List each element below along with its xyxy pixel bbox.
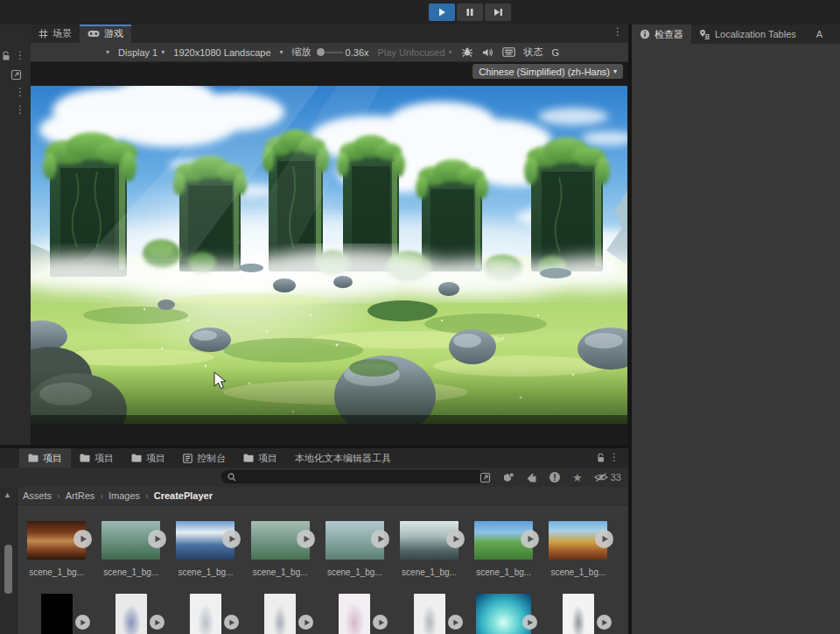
search-input[interactable] [240, 471, 478, 483]
asset-thumbnail[interactable] [414, 594, 445, 634]
view-tab[interactable]: 游戏 [80, 25, 131, 43]
game-tabstrip-menu-icon[interactable]: ⋮ [612, 27, 623, 36]
game-view-tabstrip: 场景 游戏 [31, 25, 628, 43]
alert-icon[interactable] [549, 471, 561, 483]
asset-item[interactable]: scene_1_bg... [466, 521, 541, 577]
asset-thumbnail[interactable] [190, 594, 221, 634]
asset-item[interactable]: scene_1_bg... [318, 521, 392, 577]
locale-dropdown[interactable]: Chinese (Simplified) (zh-Hans) ▾ [472, 64, 623, 79]
keyboard-icon[interactable] [502, 47, 515, 57]
breadcrumb-item[interactable]: Assets [23, 490, 52, 501]
play-icon [601, 619, 608, 626]
tag-icon[interactable] [526, 472, 537, 483]
project-tab[interactable]: 项目 [71, 448, 122, 468]
tab-icon [640, 29, 650, 39]
search-field[interactable] [221, 470, 484, 483]
asset-thumbnail[interactable] [476, 594, 531, 634]
breadcrumb-item[interactable]: Images [108, 490, 140, 501]
asset-item[interactable]: scene_1_bg... [94, 521, 168, 577]
panel-menu-icon[interactable]: ⋮ [15, 88, 25, 96]
scroll-up-icon[interactable]: ▲ [4, 490, 11, 499]
step-button[interactable] [485, 4, 511, 21]
game-view-content[interactable]: Chinese (Simplified) (zh-Hans) ▾ [31, 62, 628, 445]
asset-item[interactable] [94, 594, 168, 634]
project-menu-icon[interactable]: ⋮ [609, 453, 620, 461]
panel-menu-icon[interactable]: ⋮ [15, 51, 25, 60]
unlock-icon[interactable] [2, 51, 11, 61]
play-icon [304, 619, 311, 626]
asset-play-badge[interactable] [74, 530, 92, 548]
asset-item[interactable] [168, 594, 242, 634]
asset-play-badge[interactable] [150, 615, 164, 630]
gizmos-dropdown[interactable]: G [552, 47, 560, 58]
asset-item[interactable]: scene_1_bg... [168, 521, 242, 577]
asset-play-badge[interactable] [448, 615, 463, 630]
asset-play-badge[interactable] [597, 615, 612, 630]
play-focus-dropdown[interactable]: Play Unfocused▾ [378, 47, 452, 58]
asset-thumbnail[interactable] [264, 594, 296, 634]
panel-menu-icon[interactable]: ⋮ [15, 105, 25, 114]
game-viewport-scene[interactable] [31, 86, 627, 424]
zoom-slider[interactable]: 缩放 0.36x [292, 46, 369, 59]
grid-scrollbar[interactable]: ▲ [0, 487, 18, 634]
zoom-slider-knob[interactable] [317, 48, 325, 56]
resolution-dropdown[interactable]: 1920x1080 Landscape▾ [173, 47, 283, 58]
asset-play-badge[interactable] [222, 530, 241, 548]
asset-item[interactable] [466, 594, 541, 634]
asset-play-badge[interactable] [224, 615, 239, 630]
asset-thumbnail[interactable] [339, 594, 370, 634]
display-dropdown[interactable]: Display 1▾ [118, 47, 164, 58]
package-icon[interactable] [502, 472, 514, 483]
play-icon [80, 619, 87, 626]
hidden-count-toggle[interactable]: 33 [594, 472, 621, 483]
asset-play-badge[interactable] [521, 530, 539, 548]
asset-item[interactable] [243, 594, 318, 634]
asset-play-badge[interactable] [595, 530, 613, 548]
asset-item[interactable]: scene_1_bg... [541, 521, 615, 577]
asset-item[interactable]: scene_1_bg... [243, 521, 318, 577]
project-tab[interactable]: 项目 [234, 448, 286, 468]
project-tab[interactable]: 项目 [122, 448, 174, 468]
asset-play-badge[interactable] [298, 615, 313, 630]
tab-label: Localization Tables [715, 29, 796, 39]
scrollbar-thumb[interactable] [4, 545, 12, 594]
breadcrumb-item[interactable]: ArtRes [66, 490, 95, 501]
asset-item[interactable]: scene_1_bg... [392, 521, 466, 577]
asset-play-badge[interactable] [522, 615, 537, 630]
play-button[interactable] [429, 4, 455, 21]
asset-item[interactable] [541, 594, 615, 634]
pause-button[interactable] [457, 4, 483, 21]
asset-play-badge[interactable] [373, 615, 388, 630]
project-tab[interactable]: 项目 [19, 448, 71, 468]
asset-label: scene_1_bg... [402, 567, 457, 577]
asset-item[interactable] [318, 594, 392, 634]
asset-thumbnail[interactable] [563, 594, 594, 634]
view-tab[interactable]: 场景 [31, 25, 80, 43]
zoom-slider-track[interactable] [326, 52, 343, 53]
inspector-tab[interactable]: Localization Tables [691, 25, 804, 44]
asset-play-badge[interactable] [75, 615, 90, 630]
aspect-dropdown[interactable]: ▾ [34, 48, 109, 56]
project-tab[interactable]: 本地化文本编辑器工具 [286, 448, 400, 468]
asset-item[interactable] [392, 594, 466, 634]
project-tab[interactable]: 控制台 [174, 448, 234, 468]
asset-play-badge[interactable] [148, 530, 166, 548]
bug-icon[interactable] [461, 46, 473, 58]
popout-icon[interactable] [10, 69, 22, 81]
asset-play-badge[interactable] [446, 530, 465, 548]
asset-thumbnail[interactable] [116, 594, 147, 634]
asset-item[interactable]: scene_1_bg... [19, 521, 94, 577]
inspector-tab[interactable]: 检查器 [632, 25, 691, 44]
unlock-icon[interactable] [597, 453, 606, 463]
search-popout-icon[interactable] [480, 472, 491, 483]
breadcrumb-item-current[interactable]: CreatePlayer [154, 490, 213, 501]
asset-play-badge[interactable] [371, 530, 389, 548]
audio-icon[interactable] [482, 47, 494, 58]
star-icon[interactable]: ★ [572, 471, 583, 484]
asset-item[interactable] [19, 594, 94, 634]
asset-label: scene_1_bg... [327, 567, 382, 577]
inspector-tab[interactable]: A [804, 25, 830, 44]
stats-toggle[interactable]: 状态 [524, 46, 543, 59]
asset-play-badge[interactable] [297, 530, 315, 548]
asset-thumbnail[interactable] [41, 594, 73, 634]
